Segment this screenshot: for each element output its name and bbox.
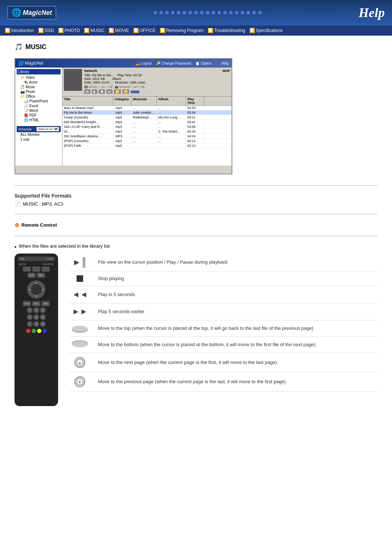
playlist-row[interactable]: 002 Goodbyes~Jessica ... .MP3 ... ... 04…: [62, 134, 232, 139]
svg-text:▲: ▲: [78, 361, 82, 365]
dot: [165, 11, 169, 15]
nav-left[interactable]: ◄: [28, 288, 31, 291]
playlist-row[interactable]: 044 I,O,UE~Carry and R... .mp3 ... ... 0…: [62, 125, 232, 129]
cell-time: 04:29: [186, 129, 204, 134]
btn-next[interactable]: ⏭: [106, 89, 113, 94]
playlist-row[interactable]: Creep (Acoustic) .mp3 Radiohead ... My I…: [62, 115, 232, 120]
playlist-row[interactable]: tears in heaven.mp3 .mp3 ... ... 04:33: [62, 106, 232, 110]
btn-1[interactable]: 1: [27, 307, 33, 313]
schedule-all[interactable]: ALL Monitor: [17, 132, 61, 137]
col-playtime: Play Time: [186, 97, 204, 105]
remote-row-1: [17, 267, 55, 272]
info-row-title: Title: Fly Me to the... Play Time: 02:34: [84, 73, 230, 77]
ctrl-desc-page-next: Move to the next page (when the current …: [98, 359, 377, 366]
cell-title: 045 Wonderful tonight...: [62, 120, 113, 124]
btn-blue[interactable]: [42, 329, 47, 333]
nav-photo[interactable]: 📄 PHOTO: [57, 28, 81, 33]
tree-office[interactable]: 📁 Office: [17, 94, 61, 99]
btn-yellow[interactable]: [37, 329, 41, 333]
cell-time: 04:13: [186, 139, 204, 143]
remote-btn-7[interactable]: STILL: [32, 301, 40, 306]
col-album: Album: [157, 97, 186, 105]
remote-btn-4[interactable]: AUTO: [28, 273, 36, 278]
nav-introduction[interactable]: 📄 Introduction: [4, 28, 36, 33]
btn-repeat[interactable]: 🔁: [114, 89, 121, 94]
dot: [229, 11, 233, 15]
nav-right[interactable]: ►: [42, 288, 45, 291]
playlist-row[interactable]: (POP) (Acoustic) .mp3 ... ... 04:13: [62, 139, 232, 143]
btn-2[interactable]: 2: [33, 307, 39, 313]
btn-prev[interactable]: ⏮: [84, 89, 90, 94]
ctrl-icon-page-next: ▲: [69, 357, 91, 368]
remote-btn-2[interactable]: [32, 267, 40, 272]
tree-excel[interactable]: 📈 Excel: [17, 104, 61, 108]
btn-7[interactable]: 7: [27, 321, 33, 327]
tree-powerpoint[interactable]: 📊 PowerPoint: [17, 99, 61, 104]
btn-5[interactable]: 5: [33, 314, 39, 320]
info-header: Network MOP: [84, 69, 230, 73]
tree-music[interactable]: 🎵 Music: [17, 85, 61, 89]
dot: [241, 11, 244, 15]
cell-musician: ...: [131, 129, 157, 134]
info-panel: ♪ Network MOP Title: Fly Me to the... Pl…: [62, 68, 232, 97]
nav-music[interactable]: 📄 MUSIC: [83, 28, 106, 33]
btn-shuffle[interactable]: 🔀: [122, 89, 129, 94]
playback-controls: ⏮ ▶ ⏹ ⏭ 🔁 🔀: [84, 89, 230, 94]
info-details: Network MOP Title: Fly Me to the... Play…: [84, 69, 230, 95]
playlist-row[interactable]: 02... .mp3 ... 2- The Notlot... 04:29: [62, 129, 232, 134]
tree-photo[interactable]: 📷 Photo: [17, 89, 61, 94]
dots-decoration: [56, 11, 359, 15]
nav-troubleshooting[interactable]: 📄 Troubleshooting: [207, 28, 247, 33]
btn-9[interactable]: 9: [40, 321, 46, 327]
btn-3[interactable]: 3: [40, 307, 46, 313]
tree-html[interactable]: 🌐 HTML: [17, 118, 61, 122]
toolbar-logout[interactable]: 📤 Logout: [135, 61, 152, 65]
app-main-panel: ♪ Network MOP Title: Fly Me to the... Pl…: [62, 68, 232, 166]
circle-prev-svg: ▼: [74, 376, 86, 388]
btn-play[interactable]: ▶: [92, 89, 97, 94]
tree-word[interactable]: 📝 Word: [17, 108, 61, 113]
nav-inner: [31, 284, 42, 295]
nav-removing-program[interactable]: 📄 Removing Program: [159, 28, 205, 33]
playlist-row[interactable]: (POP) Faith .mp3 03:13: [62, 143, 232, 148]
nav-office[interactable]: 📄 OFFICE: [132, 28, 157, 33]
btn-6[interactable]: 6: [40, 314, 46, 320]
tree-pdf[interactable]: 📕 PDF: [17, 113, 61, 118]
toolbar-option[interactable]: 📋 Option: [195, 61, 211, 65]
ctrl-row-forward: ►► Play 5 seconds earlier: [69, 303, 377, 320]
remote-btn-5[interactable]: PRE.: [37, 273, 45, 278]
nav-up[interactable]: ▲: [35, 281, 38, 284]
cell-album: ...: [157, 134, 186, 138]
dot: [246, 11, 250, 15]
cell-album: ...: [157, 139, 186, 143]
tree-actor[interactable]: 🎭 Actor: [17, 80, 61, 85]
schedule-date-select[interactable]: 2004.10.12: [36, 127, 59, 131]
btn-red[interactable]: [26, 329, 30, 333]
remote-mode-labels: MUTE SOURCE: [17, 263, 55, 266]
nav-down[interactable]: ▼: [35, 295, 38, 298]
btn-green[interactable]: [32, 329, 36, 333]
format-label: MUSIC : MP3, AC3: [23, 201, 63, 207]
ctrl-desc-play-pause: File view on the cursor position / Play …: [98, 259, 377, 266]
nav-icon: 📄: [250, 28, 255, 33]
ctrl-row-scroll-up: Move to the top (when the cursor is plac…: [69, 320, 377, 337]
remote-btn-8[interactable]: MTS: [42, 301, 50, 306]
nav-osd[interactable]: 📄 OSD: [37, 28, 56, 33]
dot: [188, 11, 192, 15]
schedule-1[interactable]: 1 uop: [17, 137, 61, 142]
toolbar-change-password[interactable]: 🔑 Change Password: [156, 61, 191, 65]
nav-specifications[interactable]: 📄 Specifications: [248, 28, 284, 33]
remote-btn-6[interactable]: TITLE: [23, 301, 31, 306]
nav-movie[interactable]: 📄 MOVIE: [107, 28, 131, 33]
toolbar-help[interactable]: ❓ Help: [216, 61, 229, 65]
playlist-row[interactable]: 045 Wonderful tonight... .mp3 ... ... 03…: [62, 120, 232, 125]
btn-4[interactable]: 4: [27, 314, 33, 320]
remote-btn-3[interactable]: [42, 267, 50, 272]
remote-title-text: Remote Control: [21, 222, 57, 228]
btn-stop[interactable]: ⏹: [99, 89, 105, 94]
btn-8[interactable]: 8: [33, 321, 39, 327]
dot: [154, 11, 157, 15]
playlist-row[interactable]: Fly Me to the Moon .mp3 Julie London ...…: [62, 110, 232, 115]
tree-video[interactable]: 📁 Video: [17, 75, 61, 80]
remote-btn-1[interactable]: [23, 267, 31, 272]
